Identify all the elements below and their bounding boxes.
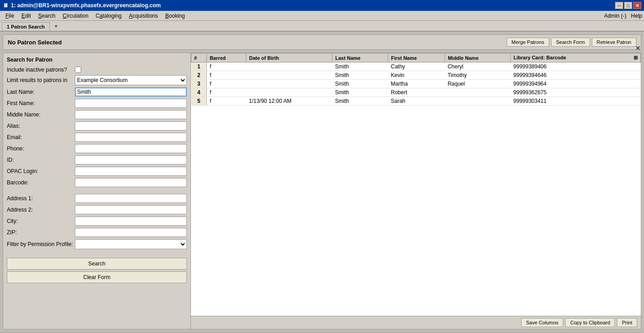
menu-circulation[interactable]: Circulation xyxy=(59,12,92,20)
tab-bar: 1 Patron Search + ✕ xyxy=(0,21,644,32)
city-input[interactable] xyxy=(75,217,187,226)
opac-login-input[interactable] xyxy=(75,167,187,176)
cell-last: Smith xyxy=(332,71,388,80)
search-form-title: Search for Patron xyxy=(7,57,187,63)
menu-acquisitions[interactable]: Acquisitions xyxy=(125,12,161,20)
phone-input[interactable] xyxy=(75,144,187,153)
zip-input[interactable] xyxy=(75,228,187,237)
barcode-input[interactable] xyxy=(75,178,187,187)
alias-input[interactable] xyxy=(75,121,187,130)
maximize-button[interactable]: □ xyxy=(624,2,632,9)
middle-name-input[interactable] xyxy=(75,110,187,119)
city-row: City: xyxy=(7,217,187,226)
results-tbody: 1 f Smith Cathy Cheryl 99999389406 2 f S… xyxy=(191,63,641,106)
cell-num: 4 xyxy=(191,88,207,97)
menu-file[interactable]: File xyxy=(2,12,18,20)
email-label: Email: xyxy=(7,134,75,140)
include-inactive-row: Include inactive patrons? xyxy=(7,67,187,73)
menu-cataloging[interactable]: Cataloging xyxy=(92,12,125,20)
alias-row: Alias: xyxy=(7,121,187,130)
address1-label: Address 1: xyxy=(7,195,75,202)
merge-patrons-button[interactable]: Merge Patrons xyxy=(507,38,549,47)
tab-label: 1 Patron Search xyxy=(7,24,45,29)
tab-add-button[interactable]: + xyxy=(51,21,62,31)
body-split: Search for Patron Include inactive patro… xyxy=(3,53,641,329)
cell-first: Martha xyxy=(388,80,445,88)
id-input[interactable] xyxy=(75,155,187,164)
cell-barcode: 99999389406 xyxy=(511,63,641,71)
first-name-input[interactable] xyxy=(75,99,187,108)
middle-name-row: Middle Name: xyxy=(7,110,187,119)
close-button[interactable]: ✕ xyxy=(633,2,641,9)
address2-input[interactable] xyxy=(75,205,187,214)
title-bar-left: 🖥 1: admin@BR1-winxpvmfx.phasefx.evergre… xyxy=(3,2,161,9)
filter-profile-row: Filter by Permission Profile: xyxy=(7,239,187,249)
col-middlename-header: Middle Name xyxy=(445,53,511,63)
include-inactive-checkbox[interactable] xyxy=(75,67,81,73)
menu-booking[interactable]: Booking xyxy=(161,12,188,20)
save-columns-button[interactable]: Save Columns xyxy=(521,318,564,327)
table-row[interactable]: 5 f 1/13/90 12:00 AM Smith Sarah 9999930… xyxy=(191,97,641,106)
middle-name-label: Middle Name: xyxy=(7,111,75,118)
address2-row: Address 2: xyxy=(7,205,187,214)
results-panel: # Barred Date of Birth Last Name First N… xyxy=(191,53,641,329)
table-row[interactable]: 1 f Smith Cathy Cheryl 99999389406 xyxy=(191,63,641,71)
patron-header-buttons: Merge Patrons Search Form Retrieve Patro… xyxy=(507,38,636,47)
cell-last: Smith xyxy=(332,88,388,97)
menu-edit[interactable]: Edit xyxy=(18,12,34,20)
barcode-label: Barcode: xyxy=(7,179,75,186)
cell-barred: f xyxy=(207,63,246,71)
col-lastname-header: Last Name xyxy=(332,53,388,63)
table-row[interactable]: 4 f Smith Robert 99999362675 xyxy=(191,88,641,97)
col-barred-header: Barred xyxy=(207,53,246,63)
results-table: # Barred Date of Birth Last Name First N… xyxy=(191,53,641,316)
col-resize-icon[interactable]: ⊞ xyxy=(634,55,638,61)
id-row: ID: xyxy=(7,155,187,164)
cell-first: Robert xyxy=(388,88,445,97)
last-name-input[interactable] xyxy=(75,87,187,97)
help-menu[interactable]: Help xyxy=(631,13,642,19)
address2-label: Address 2: xyxy=(7,207,75,213)
cell-middle: Cheryl xyxy=(445,63,511,71)
tab-patron-search[interactable]: 1 Patron Search xyxy=(2,22,50,31)
title-bar: 🖥 1: admin@BR1-winxpvmfx.phasefx.evergre… xyxy=(0,0,644,11)
cell-first: Sarah xyxy=(388,97,445,106)
minimize-button[interactable]: ─ xyxy=(615,2,623,9)
cell-middle xyxy=(445,97,511,106)
cell-middle: Timothy xyxy=(445,71,511,80)
table-row[interactable]: 3 f Smith Martha Raquel 99999394964 xyxy=(191,80,641,88)
admin-menu[interactable]: Admin (-) xyxy=(604,13,626,19)
search-panel: Search for Patron Include inactive patro… xyxy=(3,53,191,329)
clear-form-button[interactable]: Clear Form xyxy=(7,271,187,283)
search-button[interactable]: Search xyxy=(7,258,187,270)
menu-bar: File Edit Search Circulation Cataloging … xyxy=(0,11,644,21)
first-name-label: First Name: xyxy=(7,100,75,106)
cell-dob xyxy=(246,71,332,80)
table-header-row: # Barred Date of Birth Last Name First N… xyxy=(191,53,641,63)
search-form-button[interactable]: Search Form xyxy=(551,38,590,47)
limit-results-select[interactable]: Example Consortium xyxy=(75,75,187,85)
cell-last: Smith xyxy=(332,97,388,106)
filter-profile-select[interactable] xyxy=(75,239,187,249)
address1-input[interactable] xyxy=(75,194,187,203)
menu-search[interactable]: Search xyxy=(34,12,59,20)
col-dob-header: Date of Birth xyxy=(246,53,332,63)
cell-last: Smith xyxy=(332,63,388,71)
print-button[interactable]: Print xyxy=(617,318,637,327)
window-controls: ─ □ ✕ xyxy=(615,2,641,9)
retrieve-patron-button[interactable]: Retrieve Patron xyxy=(592,38,636,47)
cell-barcode: 99999394646 xyxy=(511,71,641,80)
cell-barred: f xyxy=(207,97,246,106)
id-label: ID: xyxy=(7,157,75,163)
results-footer: Save Columns Copy to Clipboard Print xyxy=(191,316,641,329)
last-name-label: Last Name: xyxy=(7,89,75,95)
email-input[interactable] xyxy=(75,133,187,142)
copy-clipboard-button[interactable]: Copy to Clipboard xyxy=(565,318,615,327)
limit-results-label: Limit results to patrons in xyxy=(7,77,75,83)
table-row[interactable]: 2 f Smith Kevin Timothy 99999394646 xyxy=(191,71,641,80)
phone-row: Phone: xyxy=(7,144,187,153)
window-close-x[interactable]: ✕ xyxy=(635,45,640,52)
cell-first: Kevin xyxy=(388,71,445,80)
main-content: No Patron Selected Merge Patrons Search … xyxy=(0,32,644,332)
filter-profile-label: Filter by Permission Profile: xyxy=(7,241,75,247)
